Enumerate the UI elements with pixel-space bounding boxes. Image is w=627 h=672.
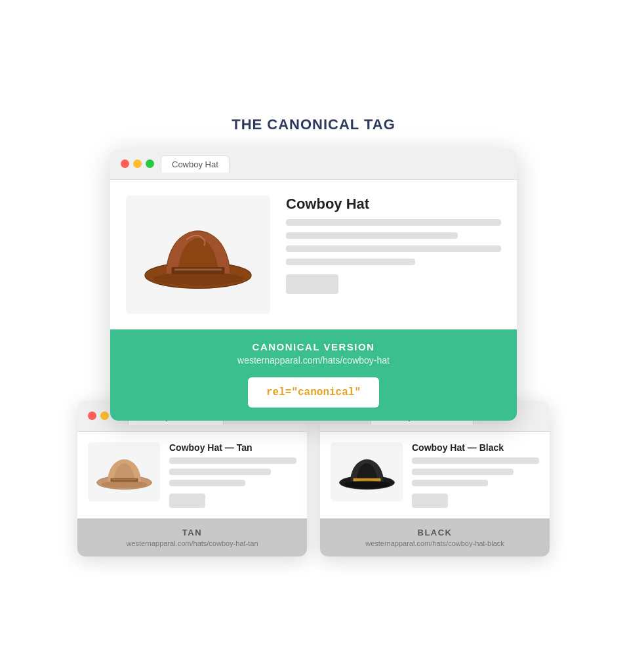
tan-product-area: Cowboy Hat — Tan (77, 432, 307, 518)
traffic-lights (121, 159, 154, 168)
traffic-light-red[interactable] (121, 159, 129, 168)
text-line-3 (286, 245, 501, 252)
svg-point-10 (344, 480, 390, 488)
tan-text-3 (169, 480, 245, 486)
tan-product-title: Cowboy Hat — Tan (169, 442, 296, 453)
black-cowboy-hat-icon (336, 449, 398, 495)
main-browser-tab[interactable]: Cowboy Hat (161, 156, 230, 173)
bottom-row: Cowboy Hat — Tan Cowboy Hat — Tan (77, 401, 550, 556)
black-button-placeholder (412, 494, 448, 508)
black-text-1 (412, 457, 539, 464)
black-text-3 (412, 480, 488, 486)
canonical-code-area: rel="canonical" (110, 377, 517, 421)
tan-product-details: Cowboy Hat — Tan (169, 442, 296, 508)
page-title: THE CANONICAL TAG (232, 116, 395, 133)
tan-product-image-box (88, 442, 160, 501)
svg-point-3 (154, 272, 243, 286)
canonical-code-box: rel="canonical" (248, 377, 379, 408)
canonical-url-text: westernapparal.com/hats/cowboy-hat (126, 355, 501, 377)
canonical-version-label: CANONICAL VERSION (126, 341, 501, 352)
black-color-url: westernapparal.com/hats/cowboy-hat-black (331, 539, 539, 547)
black-product-details: Cowboy Hat — Black (412, 442, 539, 508)
tan-color-label: TAN (88, 528, 296, 537)
main-product-image-box (126, 196, 270, 314)
tan-color-url: westernapparal.com/hats/cowboy-hat-tan (88, 539, 296, 547)
tan-tl-yellow[interactable] (100, 411, 109, 420)
black-product-title: Cowboy Hat — Black (412, 442, 539, 453)
main-product-title: Cowboy Hat (286, 196, 501, 213)
black-product-area: Cowboy Hat — Black (320, 432, 550, 518)
main-browser-window: Cowboy Hat (110, 149, 517, 421)
black-product-image-box (331, 442, 403, 501)
brown-cowboy-hat-icon (139, 209, 257, 301)
black-color-label: BLACK (331, 528, 539, 537)
tan-text-2 (169, 469, 271, 475)
text-line-2 (286, 232, 458, 239)
tan-button-placeholder (169, 494, 205, 508)
page-title-area: THE CANONICAL TAG (232, 116, 395, 133)
main-product-area: Cowboy Hat (110, 180, 517, 329)
main-titlebar: Cowboy Hat (110, 149, 517, 180)
text-line-4 (286, 259, 415, 265)
black-browser-window: Cowboy Hat — Black Cowboy Hat — Black (320, 401, 550, 556)
svg-rect-6 (111, 479, 136, 480)
tan-browser-window: Cowboy Hat — Tan Cowboy Hat — Tan (77, 401, 307, 556)
traffic-light-yellow[interactable] (133, 159, 142, 168)
traffic-light-green[interactable] (146, 159, 154, 168)
tan-color-banner: TAN westernapparal.com/hats/cowboy-hat-t… (77, 518, 307, 556)
tan-cowboy-hat-icon (93, 449, 155, 495)
canonical-banner: CANONICAL VERSION westernapparal.com/hat… (110, 329, 517, 377)
tan-text-1 (169, 457, 296, 464)
black-color-banner: BLACK westernapparal.com/hats/cowboy-hat… (320, 518, 550, 556)
product-button-placeholder (286, 274, 338, 294)
black-text-2 (412, 469, 514, 475)
text-line-1 (286, 219, 501, 226)
tan-tl-red[interactable] (88, 411, 96, 420)
svg-point-7 (101, 480, 147, 488)
svg-rect-2 (174, 268, 222, 270)
main-product-details: Cowboy Hat (286, 196, 501, 314)
